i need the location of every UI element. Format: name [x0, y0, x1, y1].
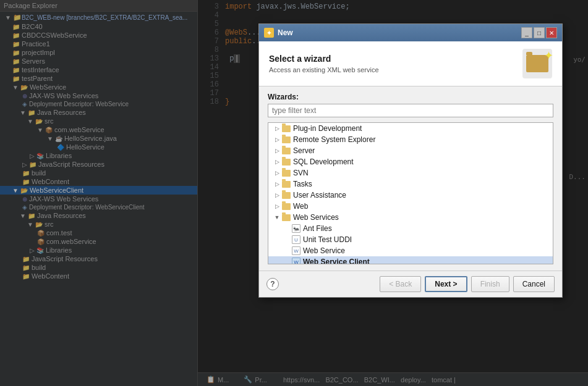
expand-icon: ▷ [273, 203, 281, 210]
web-service-icon: W [292, 246, 300, 255]
folder-icon [282, 159, 291, 166]
new-wizard-dialog: ✦ New _ □ ✕ Select a wizard Access an ex… [258, 23, 563, 298]
wiz-item-server[interactable]: ▷ Server [268, 145, 553, 156]
filter-input[interactable] [268, 104, 553, 117]
dialog-titlebar: ✦ New _ □ ✕ [259, 24, 562, 41]
dialog-heading: Select a wizard [269, 54, 379, 64]
dialog-title-text: New [278, 28, 293, 37]
folder-icon [282, 203, 291, 210]
dialog-window-controls: _ □ ✕ [521, 27, 557, 38]
folder-icon [282, 148, 291, 154]
wizard-icon-container: ✦ [526, 55, 548, 72]
wiz-item-remote-system[interactable]: ▷ Remote System Explorer [268, 134, 553, 145]
back-button[interactable]: < Back [380, 276, 421, 292]
unit-test-icon: U [292, 235, 300, 244]
expand-icon: ▷ [273, 180, 281, 188]
expand-icon: ▷ [273, 125, 281, 132]
folder-icon [282, 181, 291, 188]
next-button[interactable]: Next > [425, 276, 467, 292]
wiz-item-ant-files[interactable]: 🐜 Ant Files [268, 223, 553, 234]
wiz-item-svn[interactable]: ▷ SVN [268, 167, 553, 178]
wiz-item-web[interactable]: ▷ Web [268, 201, 553, 212]
web-service-client-icon: W [292, 258, 300, 264]
wiz-item-tasks[interactable]: ▷ Tasks [268, 178, 553, 190]
dialog-title-icon: ✦ [264, 28, 274, 38]
cancel-button[interactable]: Cancel [513, 276, 555, 292]
leaf-icon [283, 258, 291, 264]
folder-icon [282, 136, 291, 143]
folder-tab [526, 52, 532, 55]
minimize-button[interactable]: _ [521, 27, 532, 38]
maximize-button[interactable]: □ [534, 27, 545, 38]
expand-icon: ▷ [273, 147, 281, 154]
expand-icon: ▷ [273, 136, 281, 143]
folder-icon [282, 125, 291, 132]
expand-icon: ▷ [273, 158, 281, 166]
sparkle-icon: ✦ [544, 50, 553, 61]
dialog-header: Select a wizard Access an existing XML w… [259, 41, 562, 86]
dialog-overlay: ✦ New _ □ ✕ Select a wizard Access an ex… [0, 0, 588, 386]
finish-button[interactable]: Finish [471, 276, 509, 292]
dialog-footer: ? < Back Next > Finish Cancel [259, 271, 562, 297]
folder-open-icon [282, 214, 291, 221]
folder-icon [282, 170, 291, 177]
wiz-item-web-service[interactable]: W Web Service [268, 245, 553, 256]
dialog-header-icon: ✦ [522, 49, 552, 78]
close-button[interactable]: ✕ [546, 27, 557, 38]
dialog-title-left: ✦ New [264, 28, 293, 38]
dialog-header-text: Select a wizard Access an existing XML w… [269, 54, 379, 73]
wiz-item-unit-test-uddi[interactable]: U Unit Test UDDI [268, 234, 553, 245]
wizard-tree[interactable]: ▷ Plug-in Development ▷ Remote System Ex… [268, 122, 553, 264]
wiz-item-web-services[interactable]: ▼ Web Services [268, 212, 553, 223]
wiz-item-sql-dev[interactable]: ▷ SQL Development [268, 156, 553, 167]
ant-file-icon: 🐜 [292, 224, 300, 233]
help-button[interactable]: ? [266, 278, 279, 290]
wiz-item-user-assistance[interactable]: ▷ User Assistance [268, 190, 553, 201]
dialog-body: Wizards: ▷ Plug-in Development ▷ Remote … [259, 86, 562, 271]
wiz-item-plugin-dev[interactable]: ▷ Plug-in Development [268, 123, 553, 134]
wizards-label: Wizards: [268, 93, 553, 101]
expand-icon: ▷ [273, 169, 281, 177]
expand-icon: ▼ [273, 214, 281, 221]
leaf-icon [283, 236, 291, 243]
leaf-icon [283, 225, 291, 232]
wizard-folder-icon: ✦ [526, 55, 548, 72]
dialog-subtext: Access an existing XML web service [269, 66, 379, 73]
expand-icon: ▷ [273, 191, 281, 199]
wiz-item-web-service-client[interactable]: W Web Service Client [268, 256, 553, 264]
folder-icon [282, 192, 291, 199]
leaf-icon [283, 247, 291, 254]
footer-buttons: < Back Next > Finish Cancel [380, 276, 555, 292]
